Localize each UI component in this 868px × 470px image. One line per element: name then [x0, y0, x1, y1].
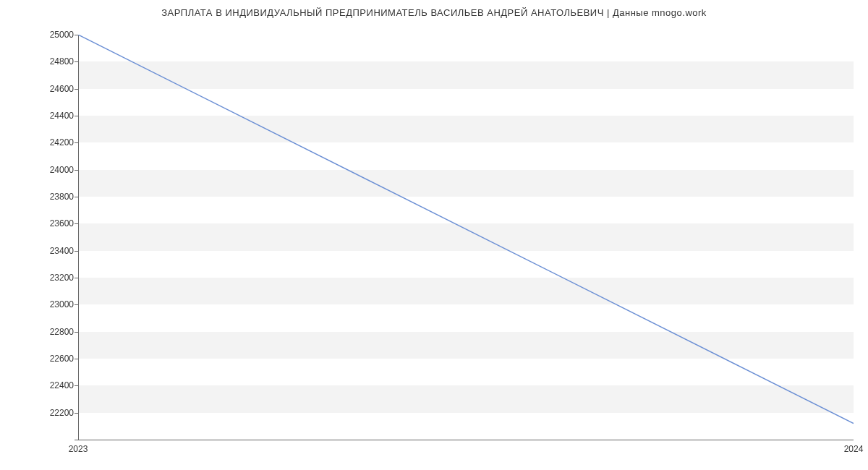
y-tick-mark	[75, 278, 78, 278]
x-tick-label: 2024	[844, 444, 864, 454]
y-tick-label: 23400	[30, 246, 74, 256]
y-tick-mark	[75, 359, 78, 359]
y-tick-mark	[75, 440, 78, 440]
y-tick-label: 23600	[30, 218, 74, 228]
chart-title: ЗАРПЛАТА В ИНДИВИДУАЛЬНЫЙ ПРЕДПРИНИМАТЕЛ…	[0, 7, 868, 18]
y-tick-mark	[75, 61, 78, 62]
grid-band	[78, 278, 854, 304]
y-tick-label: 23200	[30, 273, 74, 283]
y-tick-mark	[75, 197, 78, 197]
grid-band	[78, 332, 854, 359]
y-tick-mark	[75, 223, 78, 224]
y-tick-label: 24000	[30, 165, 74, 175]
y-tick-label: 24200	[30, 137, 74, 148]
grid-band	[78, 170, 854, 197]
y-tick-label: 24800	[30, 56, 74, 67]
y-tick-label: 23800	[30, 192, 74, 202]
grid-band	[78, 116, 854, 142]
y-axis-line	[78, 35, 79, 440]
y-tick-mark	[75, 251, 78, 252]
y-tick-label: 22600	[30, 354, 74, 364]
x-tick-label: 2023	[69, 444, 88, 454]
grid-band	[78, 385, 854, 412]
y-tick-label: 24600	[30, 84, 74, 94]
y-tick-mark	[75, 116, 78, 116]
y-tick-mark	[75, 304, 78, 305]
y-tick-label: 22800	[30, 327, 74, 337]
y-tick-mark	[75, 170, 78, 171]
y-tick-label: 24400	[30, 111, 74, 121]
y-tick-mark	[75, 332, 78, 333]
y-tick-mark	[75, 142, 78, 143]
y-tick-mark	[75, 89, 78, 90]
grid-band	[78, 61, 854, 88]
y-tick-mark	[75, 385, 78, 386]
y-tick-mark	[75, 413, 78, 414]
y-tick-label: 22200	[30, 408, 74, 418]
y-tick-label: 22400	[30, 380, 74, 390]
y-tick-mark	[75, 35, 78, 35]
y-tick-label: 23000	[30, 299, 74, 309]
grid-band	[78, 223, 854, 250]
y-tick-label: 25000	[30, 30, 74, 40]
x-axis-line	[78, 440, 854, 440]
